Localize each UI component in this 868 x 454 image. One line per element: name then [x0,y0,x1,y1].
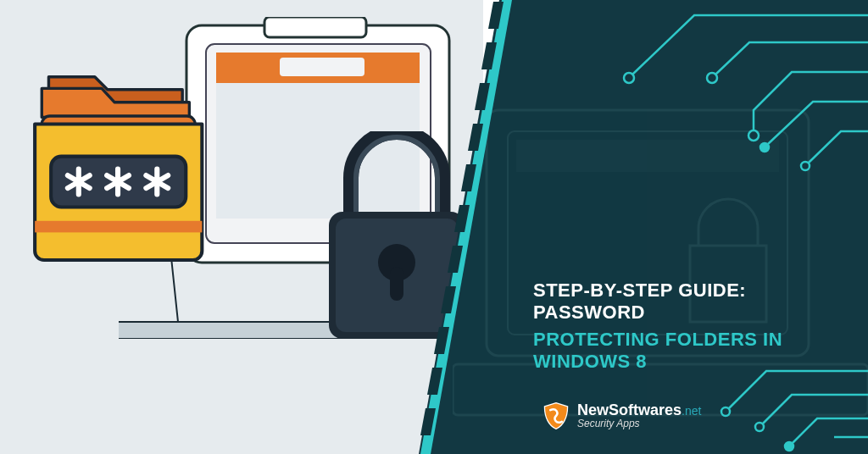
brand-domain: .net [682,404,701,418]
svg-rect-15 [516,140,779,172]
svg-point-24 [785,442,793,451]
brand-tagline: Security Apps [577,418,701,430]
left-illustration-panel [0,0,483,454]
title-line-1: STEP-BY-STEP GUIDE: PASSWORD [533,280,855,324]
shield-icon [542,401,570,430]
folder-icon [15,25,303,347]
brand-block: NewSoftwares .net Security Apps [542,401,701,430]
title-line-2: PROTECTING FOLDERS IN WINDOWS 8 [533,329,855,373]
article-title: STEP-BY-STEP GUIDE: PASSWORD PROTECTING … [533,280,855,373]
right-content-panel: STEP-BY-STEP GUIDE: PASSWORD PROTECTING … [419,0,868,454]
brand-text: NewSoftwares .net Security Apps [577,401,701,430]
svg-rect-11 [35,221,202,233]
brand-name: NewSoftwares [577,401,682,419]
svg-point-23 [755,423,764,431]
svg-rect-9 [390,267,403,301]
banner-root: STEP-BY-STEP GUIDE: PASSWORD PROTECTING … [0,0,868,454]
